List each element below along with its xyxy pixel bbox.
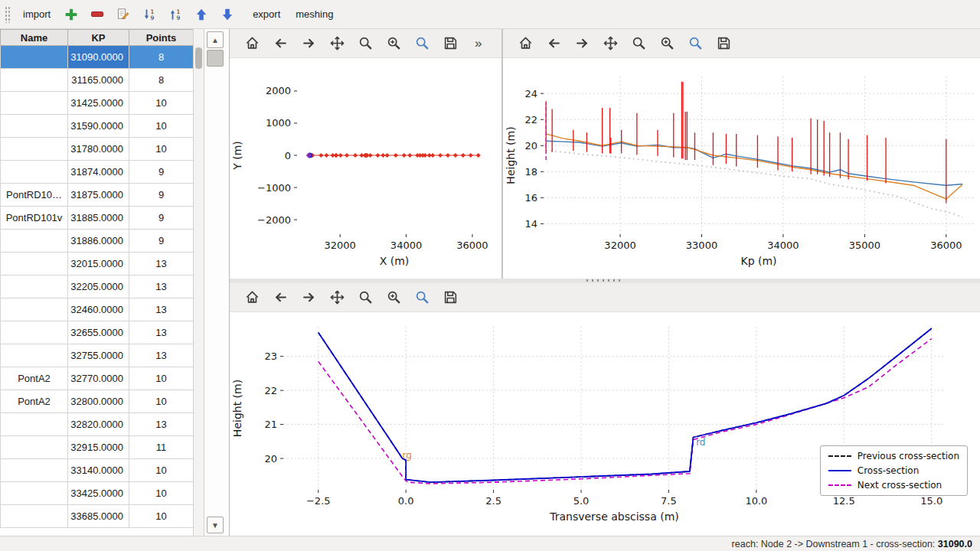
zoom-button[interactable] (627, 32, 650, 55)
table-cell-points[interactable]: 9 (129, 207, 194, 230)
edit-cross-section-button[interactable] (112, 3, 135, 26)
table-cell-kp[interactable]: 31165.0000 (68, 69, 129, 92)
table-cell-kp[interactable]: 32755.0000 (68, 344, 129, 367)
save-button[interactable] (712, 32, 735, 55)
table-cell-kp[interactable]: 31886.0000 (68, 230, 129, 253)
sort-descending-button[interactable]: 1 9 (138, 3, 161, 26)
table-cell-name[interactable] (1, 69, 68, 92)
table-cell-name[interactable] (1, 138, 68, 161)
table-cell-points[interactable]: 13 (129, 276, 194, 298)
table-cell-points[interactable]: 9 (129, 184, 194, 207)
table-cell-points[interactable]: 10 (129, 92, 194, 115)
forward-button[interactable] (570, 32, 593, 55)
table-cell-kp[interactable]: 31885.0000 (68, 207, 129, 230)
table-row[interactable]: 32015.000013 (1, 253, 194, 276)
table-cell-name[interactable]: PontRD101v (1, 207, 68, 230)
save-button[interactable] (439, 286, 462, 309)
table-cell-kp[interactable]: 32820.0000 (68, 413, 129, 436)
table-cell-name[interactable]: PontRD10… (1, 184, 68, 207)
back-button[interactable] (269, 32, 292, 55)
table-row[interactable]: PontA232800.000010 (1, 390, 194, 413)
table-row[interactable]: 32655.000013 (1, 321, 194, 344)
home-button[interactable] (240, 286, 263, 309)
scroll-down-button[interactable]: ▼ (207, 517, 224, 533)
home-button[interactable] (514, 32, 537, 55)
table-cell-points[interactable]: 11 (129, 436, 194, 459)
pan-button[interactable] (325, 32, 348, 55)
table-cell-points[interactable]: 10 (129, 505, 194, 528)
table-row[interactable]: 31886.00009 (1, 230, 194, 253)
table-cell-name[interactable] (1, 436, 68, 459)
table-cell-name[interactable] (1, 115, 68, 138)
table-cell-name[interactable] (1, 276, 68, 298)
table-row[interactable]: 32460.000013 (1, 298, 194, 321)
table-row[interactable]: PontA232770.000010 (1, 367, 194, 390)
panel-scrollbar-thumb[interactable] (207, 50, 224, 67)
table-row[interactable]: 31780.000010 (1, 138, 194, 161)
table-cell-kp[interactable]: 31780.0000 (68, 138, 129, 161)
table-cell-points[interactable]: 9 (129, 230, 194, 253)
table-row[interactable]: PontRD10…31875.00009 (1, 184, 194, 207)
table-cell-points[interactable]: 8 (129, 46, 194, 69)
table-row[interactable]: 31090.00008 (1, 46, 194, 69)
table-cell-name[interactable]: PontA2 (1, 390, 68, 413)
table-cell-kp[interactable]: 32205.0000 (68, 276, 129, 298)
table-row[interactable]: 31425.000010 (1, 92, 194, 115)
table-cell-points[interactable]: 13 (129, 321, 194, 344)
table-cell-kp[interactable]: 31875.0000 (68, 184, 129, 207)
table-cell-name[interactable] (1, 230, 68, 253)
zoom-button[interactable] (354, 32, 377, 55)
import-button[interactable]: import (17, 5, 57, 23)
table-row[interactable]: 31165.00008 (1, 69, 194, 92)
table-scrollbar-thumb[interactable] (195, 47, 202, 69)
pan-button[interactable] (325, 286, 348, 309)
table-cell-kp[interactable]: 32655.0000 (68, 321, 129, 344)
table-cell-name[interactable] (1, 161, 68, 184)
table-cell-kp[interactable]: 33140.0000 (68, 459, 129, 482)
table-cell-name[interactable] (1, 413, 68, 436)
table-cell-kp[interactable]: 32800.0000 (68, 390, 129, 413)
zoom-region-button[interactable] (410, 286, 433, 309)
cross-section-table[interactable]: NameKPPoints 31090.0000831165.0000831425… (0, 29, 193, 528)
column-header-kp[interactable]: KP (68, 30, 129, 46)
table-cell-kp[interactable]: 32460.0000 (68, 298, 129, 321)
save-button[interactable] (439, 32, 462, 55)
table-row[interactable]: PontRD101v31885.00009 (1, 207, 194, 230)
table-cell-points[interactable]: 10 (129, 367, 194, 390)
panel-scrollbar[interactable]: ▲ ▼ (204, 29, 229, 536)
table-cell-points[interactable]: 13 (129, 298, 194, 321)
sort-ascending-button[interactable]: 1 9 (164, 3, 187, 26)
zoom-button[interactable] (354, 286, 377, 309)
table-cell-kp[interactable]: 33425.0000 (68, 482, 129, 505)
table-cell-kp[interactable]: 32915.0000 (68, 436, 129, 459)
splitter-handle[interactable] (586, 279, 623, 282)
table-cell-kp[interactable]: 31425.0000 (68, 92, 129, 115)
table-cell-name[interactable] (1, 253, 68, 276)
table-row[interactable]: 31590.000010 (1, 115, 194, 138)
table-cell-kp[interactable]: 31090.0000 (68, 46, 129, 69)
pan-button[interactable] (599, 32, 622, 55)
zoom-region-button[interactable] (410, 32, 433, 55)
table-row[interactable]: 33140.000010 (1, 459, 194, 482)
table-row[interactable]: 33425.000010 (1, 482, 194, 505)
longitudinal-profile-chart[interactable]: 3200033000340003500036000242220181614Kp … (503, 58, 980, 279)
zoom-in-button[interactable] (382, 286, 405, 309)
horizontal-splitter[interactable] (230, 279, 980, 283)
table-cell-points[interactable]: 8 (129, 69, 194, 92)
table-cell-kp[interactable]: 32015.0000 (68, 253, 129, 276)
table-cell-points[interactable]: 10 (129, 459, 194, 482)
table-cell-name[interactable]: PontA2 (1, 367, 68, 390)
zoom-region-button[interactable] (684, 32, 707, 55)
table-cell-name[interactable] (1, 298, 68, 321)
remove-cross-section-button[interactable] (86, 3, 109, 26)
table-cell-points[interactable]: 10 (129, 138, 194, 161)
plan-view-chart[interactable]: 320003400036000200010000−1000−2000X (m)Y… (230, 58, 501, 279)
scroll-up-button[interactable]: ▲ (207, 31, 224, 48)
table-cell-name[interactable] (1, 46, 68, 69)
table-cell-points[interactable]: 10 (129, 482, 194, 505)
table-cell-name[interactable] (1, 482, 68, 505)
table-cell-kp[interactable]: 31590.0000 (68, 115, 129, 138)
table-row[interactable]: 32755.000013 (1, 344, 194, 367)
column-header-points[interactable]: Points (129, 30, 194, 46)
table-cell-name[interactable] (1, 505, 68, 528)
